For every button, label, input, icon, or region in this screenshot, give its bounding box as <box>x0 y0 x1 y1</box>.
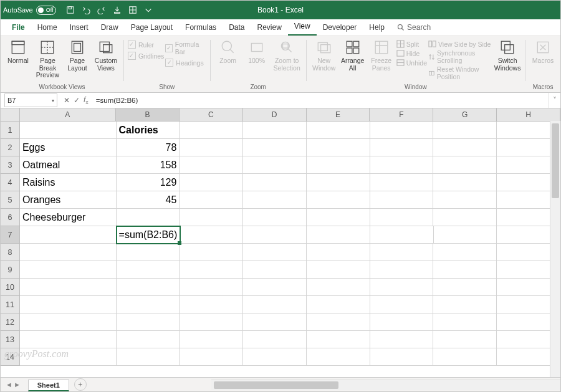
cell-C2[interactable] <box>180 139 243 156</box>
zoom-to-selection-button[interactable]: Zoom to Selection <box>272 37 302 72</box>
cell-A11[interactable] <box>20 296 117 313</box>
cell-D12[interactable] <box>243 313 307 331</box>
autosave-control[interactable]: AutoSave Off <box>3 6 56 15</box>
cell-C9[interactable] <box>180 261 243 279</box>
cell-G13[interactable] <box>433 331 497 348</box>
tab-developer[interactable]: Developer <box>317 21 363 36</box>
cell-G5[interactable] <box>433 191 497 209</box>
cell-E5[interactable] <box>307 191 370 209</box>
row-header-2[interactable]: 2 <box>1 139 20 156</box>
cell-G7[interactable] <box>434 226 497 244</box>
row-header-12[interactable]: 12 <box>1 313 20 331</box>
cell-E11[interactable] <box>307 296 370 313</box>
cell-D5[interactable] <box>243 191 307 209</box>
cancel-formula-icon[interactable]: ✕ <box>64 96 70 105</box>
cell-A9[interactable] <box>20 261 117 279</box>
fill-handle[interactable] <box>178 241 181 245</box>
cell-F7[interactable] <box>370 226 434 244</box>
tab-formulas[interactable]: Formulas <box>179 21 223 36</box>
view-side-by-side-button[interactable]: View Side by Side <box>428 39 492 49</box>
tab-file[interactable]: File <box>6 21 31 36</box>
vertical-scrollbar[interactable] <box>550 121 560 377</box>
unhide-button[interactable]: Unhide <box>396 58 427 67</box>
cell-B5[interactable]: 45 <box>117 191 180 209</box>
qat-customize-icon[interactable] <box>144 6 153 14</box>
synchronous-scrolling-button[interactable]: Synchronous Scrolling <box>428 49 492 65</box>
cell-C14[interactable] <box>180 348 243 366</box>
cell-B14[interactable] <box>117 348 180 366</box>
cell-A5[interactable]: Oranges <box>20 191 117 209</box>
cell-B8[interactable] <box>117 244 180 261</box>
cell-D11[interactable] <box>243 296 307 313</box>
cell-A7[interactable] <box>20 226 117 244</box>
cell-D1[interactable] <box>243 122 307 139</box>
cell-G8[interactable] <box>433 244 497 261</box>
row-header-4[interactable]: 4 <box>1 174 20 191</box>
row-header-7[interactable]: 7 <box>1 226 20 244</box>
cell-A10[interactable] <box>20 279 117 296</box>
new-sheet-button[interactable]: + <box>74 378 87 391</box>
cell-A3[interactable]: Oatmeal <box>20 156 117 174</box>
row-header-8[interactable]: 8 <box>1 244 20 261</box>
cell-D3[interactable] <box>243 156 307 174</box>
cell-A13[interactable] <box>20 331 117 348</box>
tab-home[interactable]: Home <box>31 21 64 36</box>
cell-F8[interactable] <box>370 244 434 261</box>
cell-B1[interactable]: Calories <box>117 122 180 139</box>
cell-D10[interactable] <box>243 279 307 296</box>
expand-formula-bar-icon[interactable]: ˅ <box>549 93 560 108</box>
cell-C12[interactable] <box>180 313 243 331</box>
cell-C11[interactable] <box>180 296 243 313</box>
cell-F4[interactable] <box>370 174 434 191</box>
cell-B2[interactable]: 78 <box>117 139 180 156</box>
grid-body[interactable]: 1Calories2Eggs783Oatmeal1584Raisins1295O… <box>1 122 560 377</box>
cell-E13[interactable] <box>307 331 370 348</box>
name-box[interactable]: B7 ▾ <box>4 93 57 107</box>
cell-F3[interactable] <box>370 156 434 174</box>
cell-E3[interactable] <box>307 156 370 174</box>
row-header-11[interactable]: 11 <box>1 296 20 313</box>
col-header-E[interactable]: E <box>307 108 370 121</box>
save-icon[interactable] <box>66 6 75 14</box>
redo-icon[interactable] <box>97 6 106 14</box>
tell-me-search[interactable]: Search <box>391 21 437 36</box>
cell-A1[interactable] <box>20 122 117 139</box>
cell-D4[interactable] <box>243 174 307 191</box>
col-header-B[interactable]: B <box>116 108 180 121</box>
cell-D13[interactable] <box>243 331 307 348</box>
sheet-tab-1[interactable]: Sheet1 <box>28 380 69 391</box>
cell-A14[interactable] <box>20 348 117 366</box>
cell-G4[interactable] <box>433 174 497 191</box>
col-header-C[interactable]: C <box>180 108 243 121</box>
arrange-all-button[interactable]: Arrange All <box>339 37 367 72</box>
touch-mode-icon[interactable] <box>113 6 122 14</box>
cell-G9[interactable] <box>433 261 497 279</box>
cell-F6[interactable] <box>370 209 434 226</box>
cell-F14[interactable] <box>370 348 434 366</box>
scrollbar-thumb[interactable] <box>552 123 559 198</box>
tab-view[interactable]: View <box>288 19 317 36</box>
cell-F2[interactable] <box>370 139 434 156</box>
cell-E4[interactable] <box>307 174 370 191</box>
reset-window-position-button[interactable]: Reset Window Position <box>428 65 492 81</box>
cell-D8[interactable] <box>243 244 307 261</box>
borders-icon[interactable] <box>128 6 137 14</box>
cell-B7[interactable]: =sum(B2:B6) <box>117 226 180 244</box>
cell-F9[interactable] <box>370 261 434 279</box>
cell-F10[interactable] <box>370 279 434 296</box>
cell-C6[interactable] <box>180 209 243 226</box>
cell-A8[interactable] <box>20 244 117 261</box>
cell-E14[interactable] <box>307 348 370 366</box>
autosave-toggle[interactable]: Off <box>36 6 56 15</box>
select-all-corner[interactable] <box>1 108 20 121</box>
tab-help[interactable]: Help <box>363 21 391 36</box>
undo-icon[interactable] <box>82 6 90 14</box>
row-header-10[interactable]: 10 <box>1 279 20 296</box>
row-header-3[interactable]: 3 <box>1 156 20 174</box>
tab-page-layout[interactable]: Page Layout <box>125 21 179 36</box>
ruler-checkbox[interactable]: ✓Ruler <box>128 41 164 49</box>
cell-D14[interactable] <box>243 348 307 366</box>
cell-B12[interactable] <box>117 313 180 331</box>
split-button[interactable]: Split <box>396 39 427 49</box>
col-header-A[interactable]: A <box>20 108 116 121</box>
